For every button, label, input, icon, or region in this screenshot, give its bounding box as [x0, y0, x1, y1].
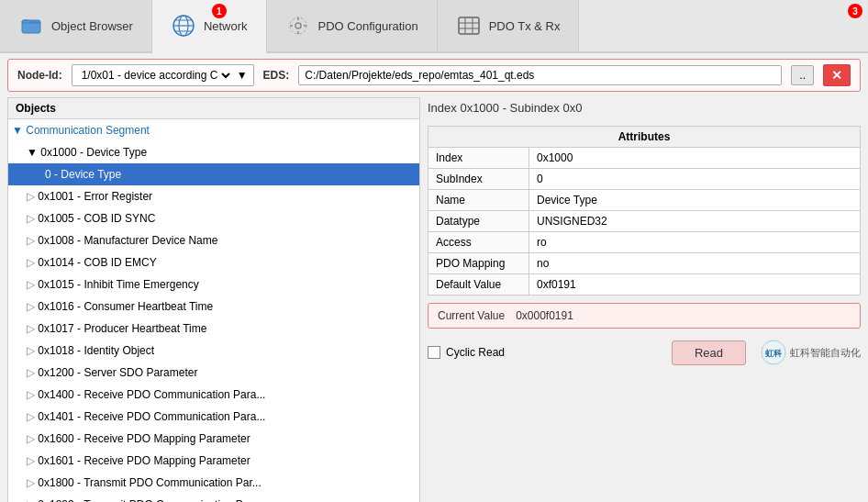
- label-0x1018: 0x1018 - Identity Object: [38, 344, 154, 357]
- tab-pdo-txrx[interactable]: PDO Tx & Rx 3: [438, 0, 580, 51]
- attr-val-default: 0xf0191: [529, 274, 861, 296]
- label-0x1017: 0x1017 - Producer Heartbeat Time: [38, 322, 206, 335]
- tree-item-0x1017[interactable]: ▷ 0x1017 - Producer Heartbeat Time: [8, 318, 419, 340]
- network-badge: 1: [212, 4, 227, 18]
- expand-0x1008: ▷: [27, 234, 38, 247]
- tab-pdo-config[interactable]: PDO Configuration: [267, 0, 438, 51]
- tree-item-0x1600[interactable]: ▷ 0x1600 - Receive PDO Mapping Parameter: [8, 428, 419, 450]
- tree-item-0x1014[interactable]: ▷ 0x1014 - COB ID EMCY: [8, 251, 419, 273]
- watermark: 虹科 虹科智能自动化: [761, 340, 861, 365]
- tree-item-0x1018[interactable]: ▷ 0x1018 - Identity Object: [8, 340, 419, 362]
- label-0x1200: 0x1200 - Server SDO Parameter: [38, 366, 197, 379]
- tree-item-0x1800[interactable]: ▷ 0x1800 - Transmit PDO Communication Pa…: [8, 472, 419, 494]
- tree-item-0x1601[interactable]: ▷ 0x1601 - Receive PDO Mapping Parameter: [8, 450, 419, 472]
- txrx-badge: 3: [848, 4, 862, 18]
- attr-row-pdo-mapping: PDO Mapping no: [428, 253, 861, 274]
- comm-seg-label: Communication Segment: [26, 124, 150, 137]
- current-value: 0x000f0191: [516, 309, 573, 322]
- expand-0x1016: ▷: [27, 300, 38, 313]
- attr-table-header: Attributes: [428, 127, 861, 148]
- label-0x1400: 0x1400 - Receive PDO Communication Para.…: [38, 388, 265, 401]
- close-eds-button[interactable]: ✕: [823, 64, 851, 86]
- tree-item-0x1401[interactable]: ▷ 0x1401 - Receive PDO Communication Par…: [8, 406, 419, 428]
- tree-item-0x1802[interactable]: ▷ 0x1802 - Transmit PDO Communication P.…: [8, 494, 419, 502]
- eds-input[interactable]: [298, 65, 782, 85]
- expand-0x1001: ▷: [27, 190, 38, 203]
- tree-item-0x1400[interactable]: ▷ 0x1400 - Receive PDO Communication Par…: [8, 384, 419, 406]
- tree-item-0x1000[interactable]: ▼ 0x1000 - Device Type: [8, 141, 419, 163]
- attr-key-datatype: Datatype: [428, 211, 529, 232]
- node-id-label: Node-Id:: [17, 69, 62, 82]
- attr-row-name: Name Device Type: [428, 190, 861, 211]
- logo-icon: 虹科: [761, 340, 786, 365]
- eds-label: EDS:: [263, 69, 290, 82]
- attr-key-default: Default Value: [428, 274, 529, 296]
- expand-0x1401: ▷: [27, 410, 38, 423]
- node-id-select-wrapper[interactable]: 1/0x01 - device according C ▼: [72, 64, 254, 86]
- expand-0x1017: ▷: [27, 322, 38, 335]
- expand-0x1000: ▼: [27, 146, 40, 159]
- label-0x1001: 0x1001 - Error Register: [38, 190, 152, 203]
- watermark-text: 虹科智能自动化: [790, 346, 861, 360]
- attr-key-pdo-mapping: PDO Mapping: [428, 253, 529, 274]
- cyclic-read-label: Cyclic Read: [446, 346, 505, 359]
- label-0x1802: 0x1802 - Transmit PDO Communication P...: [38, 498, 250, 502]
- node-select-arrow: ▼: [237, 69, 248, 82]
- expand-0x1802: ▷: [27, 498, 38, 502]
- attr-row-index: Index 0x1000: [428, 148, 861, 169]
- node-id-bar: Node-Id: 1/0x01 - device according C ▼ E…: [7, 59, 861, 92]
- attr-val-name: Device Type: [529, 190, 861, 211]
- tree-item-comm-seg[interactable]: ▼ Communication Segment: [8, 119, 419, 141]
- tree-item-0x1000-0[interactable]: 0 - Device Type: [8, 163, 419, 185]
- expand-0x1200: ▷: [27, 366, 38, 379]
- attr-row-datatype: Datatype UNSIGNED32: [428, 211, 861, 232]
- attr-val-datatype: UNSIGNED32: [529, 211, 861, 232]
- svg-point-6: [295, 23, 301, 28]
- tree-item-0x1015[interactable]: ▷ 0x1015 - Inhibit Time Emergency: [8, 273, 419, 296]
- tab-network-label: Network: [204, 19, 248, 33]
- tree-item-0x1005[interactable]: ▷ 0x1005 - COB ID SYNC: [8, 207, 419, 229]
- pdo-config-icon: [285, 13, 311, 39]
- label-0x1015: 0x1015 - Inhibit Time Emergency: [38, 278, 198, 291]
- attr-key-name: Name: [428, 190, 529, 211]
- attr-key-access: Access: [428, 232, 529, 253]
- current-value-label: Current Value: [438, 309, 505, 322]
- attr-row-default: Default Value 0xf0191: [428, 274, 861, 296]
- expand-0x1018: ▷: [27, 344, 38, 357]
- attr-val-subindex: 0: [529, 169, 861, 190]
- tab-network[interactable]: Network 1: [152, 0, 267, 53]
- tab-pdo-config-label: PDO Configuration: [318, 19, 418, 33]
- expand-0x1600: ▷: [27, 432, 38, 445]
- objects-tree: ▼ Communication Segment ▼ 0x1000 - Devic…: [8, 119, 419, 502]
- tree-item-0x1008[interactable]: ▷ 0x1008 - Manufacturer Device Name: [8, 229, 419, 251]
- tree-item-0x1001[interactable]: ▷ 0x1001 - Error Register: [8, 185, 419, 207]
- label-0x1601: 0x1601 - Receive PDO Mapping Parameter: [38, 454, 250, 467]
- label-0x1000: 0x1000 - Device Type: [40, 146, 147, 159]
- node-id-select[interactable]: 1/0x01 - device according C: [78, 68, 233, 83]
- label-0x1014: 0x1014 - COB ID EMCY: [38, 256, 156, 269]
- objects-panel: Objects ▼ Communication Segment ▼ 0x1000…: [7, 97, 420, 502]
- expand-comm-seg: ▼: [12, 124, 26, 137]
- expand-0x1400: ▷: [27, 388, 38, 401]
- tab-bar: Object Browser Network 1 PDO Configurati…: [0, 0, 868, 53]
- tree-item-0x1200[interactable]: ▷ 0x1200 - Server SDO Parameter: [8, 362, 419, 384]
- tab-pdo-txrx-label: PDO Tx & Rx: [489, 19, 561, 33]
- browse-eds-button[interactable]: ..: [791, 65, 814, 85]
- expand-0x1015: ▷: [27, 278, 38, 291]
- attr-val-pdo-mapping: no: [529, 253, 861, 274]
- attr-val-access: ro: [529, 232, 861, 253]
- attr-row-subindex: SubIndex 0: [428, 169, 861, 190]
- label-0x1000-0: 0 - Device Type: [45, 168, 121, 181]
- tab-object-browser[interactable]: Object Browser: [0, 0, 152, 51]
- svg-text:虹科: 虹科: [765, 349, 783, 358]
- expand-0x1005: ▷: [27, 212, 38, 225]
- cyclic-read-checkbox[interactable]: [428, 346, 440, 359]
- index-title: Index 0x1000 - Subindex 0x0: [428, 97, 861, 118]
- expand-0x1014: ▷: [27, 256, 38, 269]
- read-button[interactable]: Read: [672, 340, 746, 365]
- current-value-row: Current Value 0x000f0191: [428, 303, 861, 329]
- tree-item-0x1016[interactable]: ▷ 0x1016 - Consumer Heartbeat Time: [8, 296, 419, 318]
- bottom-bar: Cyclic Read Read 虹科 虹科智能自动化: [428, 336, 861, 369]
- cyclic-read-group: Cyclic Read: [428, 346, 505, 359]
- folder-icon: [18, 13, 44, 39]
